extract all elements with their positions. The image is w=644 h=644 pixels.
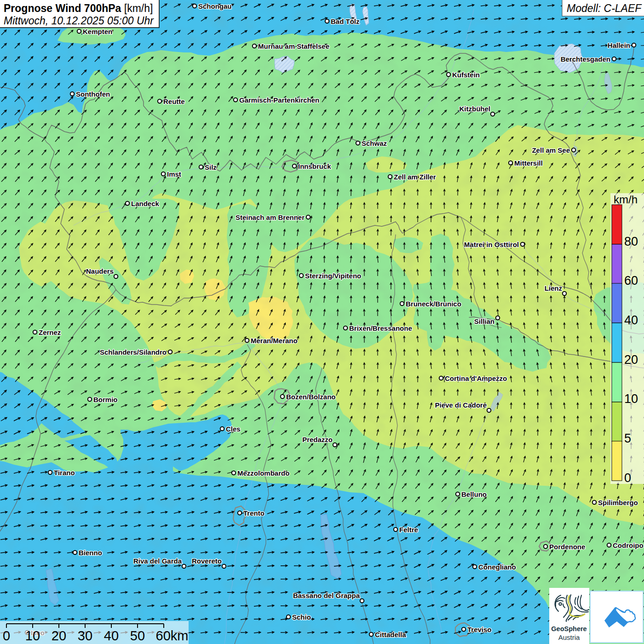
svg-text:0: 0 xyxy=(624,471,631,485)
svg-text:5: 5 xyxy=(624,431,631,445)
svg-text:Garmisch-Partenkirchen: Garmisch-Partenkirchen xyxy=(239,96,319,104)
svg-text:Spilimbergo: Spilimbergo xyxy=(598,499,638,506)
svg-text:Kempten: Kempten xyxy=(83,28,112,35)
svg-text:Kufstein: Kufstein xyxy=(452,71,480,79)
svg-text:20: 20 xyxy=(52,628,66,643)
svg-text:10: 10 xyxy=(624,392,638,406)
svg-text:Schlanders/Silandro: Schlanders/Silandro xyxy=(100,348,167,356)
svg-text:Brixen/Bressanone: Brixen/Bressanone xyxy=(349,324,412,332)
svg-text:Modell: C-LAEF: Modell: C-LAEF xyxy=(567,2,642,14)
svg-text:km/h: km/h xyxy=(614,193,638,206)
svg-text:Rovereto: Rovereto xyxy=(192,557,222,565)
svg-text:Mezzolombardo: Mezzolombardo xyxy=(237,469,289,477)
svg-text:Landeck: Landeck xyxy=(131,200,160,207)
svg-text:60: 60 xyxy=(624,274,638,288)
svg-text:Zernez: Zernez xyxy=(39,328,61,336)
svg-text:Conegliano: Conegliano xyxy=(478,563,516,571)
svg-text:40: 40 xyxy=(624,313,638,327)
svg-text:Steinach am Brenner: Steinach am Brenner xyxy=(236,213,305,221)
svg-text:Sonthofen: Sonthofen xyxy=(76,90,110,98)
svg-text:GeoSphere: GeoSphere xyxy=(551,625,586,632)
svg-text:Cles: Cles xyxy=(226,425,241,433)
svg-text:Tirano: Tirano xyxy=(54,469,75,477)
svg-text:Codroipo: Codroipo xyxy=(613,541,644,549)
svg-text:Bad Tölz: Bad Tölz xyxy=(331,17,360,25)
svg-text:Schio: Schio xyxy=(292,613,311,621)
svg-text:Pordenone: Pordenone xyxy=(549,543,585,551)
svg-text:Bormio: Bormio xyxy=(93,396,118,403)
svg-text:Innsbruck: Innsbruck xyxy=(298,162,331,170)
svg-text:60km: 60km xyxy=(156,628,189,643)
svg-text:Mittwoch, 10.12.2025 05:00 Uhr: Mittwoch, 10.12.2025 05:00 Uhr xyxy=(4,15,154,27)
svg-text:Zell am See: Zell am See xyxy=(532,146,570,154)
svg-text:Austria: Austria xyxy=(558,633,580,641)
svg-text:Reutte: Reutte xyxy=(163,98,185,105)
svg-text:Meran/Merano: Meran/Merano xyxy=(251,337,298,345)
svg-text:Imst: Imst xyxy=(167,170,181,178)
svg-text:Schongau: Schongau xyxy=(198,2,232,10)
svg-text:10: 10 xyxy=(25,628,40,643)
svg-text:Matrei in Osttirol: Matrei in Osttirol xyxy=(464,241,519,248)
svg-text:Silz: Silz xyxy=(205,163,217,171)
svg-text:Murnau am Staffelsee: Murnau am Staffelsee xyxy=(258,42,329,50)
svg-text:Mittersill: Mittersill xyxy=(514,159,543,167)
svg-text:Berchtesgaden: Berchtesgaden xyxy=(561,55,610,63)
svg-text:Zell am Ziller: Zell am Ziller xyxy=(394,173,436,181)
svg-text:Trento: Trento xyxy=(243,509,264,517)
svg-text:Cortina d'Ampezzo: Cortina d'Ampezzo xyxy=(445,374,507,382)
svg-text:Riva del Garda: Riva del Garda xyxy=(133,557,182,565)
svg-text:0: 0 xyxy=(3,628,10,643)
svg-text:Treviso: Treviso xyxy=(467,626,492,633)
svg-text:Bruneck/Brunico: Bruneck/Brunico xyxy=(406,300,461,308)
svg-text:Bozen/Bolzano: Bozen/Bolzano xyxy=(286,393,336,401)
svg-text:Kitzbühel: Kitzbühel xyxy=(460,105,491,113)
svg-text:Schwaz: Schwaz xyxy=(362,139,387,147)
svg-text:80: 80 xyxy=(624,235,638,248)
svg-text:30: 30 xyxy=(78,628,92,643)
svg-text:20: 20 xyxy=(624,353,638,367)
svg-text:40: 40 xyxy=(104,628,119,643)
svg-text:Cittadella: Cittadella xyxy=(375,631,406,638)
svg-text:Hallein: Hallein xyxy=(608,41,630,49)
svg-text:50: 50 xyxy=(130,628,145,643)
svg-text:Pieve di Cadore: Pieve di Cadore xyxy=(435,401,487,409)
svg-text:Bassano del Grappa: Bassano del Grappa xyxy=(293,592,360,599)
svg-text:Lienz: Lienz xyxy=(545,284,562,292)
svg-text:Nauders: Nauders xyxy=(86,267,114,275)
svg-text:Belluno: Belluno xyxy=(461,490,487,498)
svg-text:Sillian: Sillian xyxy=(474,317,494,325)
svg-text:Bienno: Bienno xyxy=(79,549,102,557)
svg-text:Prognose Wind 700hPa [km/h]: Prognose Wind 700hPa [km/h] xyxy=(4,2,153,14)
svg-text:Sterzing/Vipiteno: Sterzing/Vipiteno xyxy=(305,272,361,280)
svg-text:Predazzo: Predazzo xyxy=(302,436,333,443)
svg-text:Feltre: Feltre xyxy=(399,526,418,534)
